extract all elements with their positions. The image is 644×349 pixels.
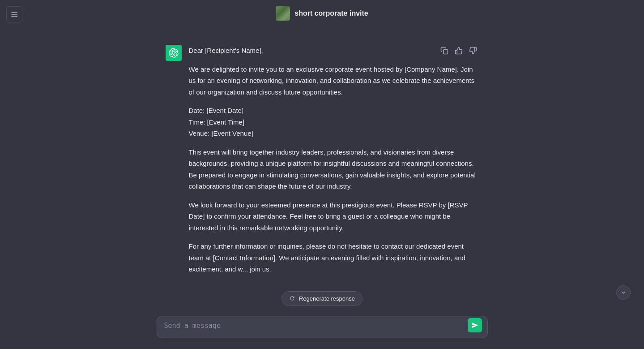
regenerate-container: Regenerate response bbox=[0, 284, 644, 309]
regenerate-label: Regenerate response bbox=[299, 295, 355, 302]
chat-header: short corporate invite bbox=[0, 0, 644, 27]
assistant-message: Dear [Recipient's Name], We are delighte… bbox=[157, 36, 488, 284]
message-input[interactable] bbox=[164, 322, 465, 332]
regenerate-button[interactable]: Regenerate response bbox=[281, 291, 363, 306]
sidebar-toggle-button[interactable] bbox=[6, 6, 22, 22]
svg-rect-1 bbox=[11, 14, 17, 15]
input-wrapper bbox=[157, 316, 488, 338]
avatar bbox=[276, 6, 290, 21]
message-text: Dear [Recipient's Name], We are delighte… bbox=[189, 45, 479, 275]
event-date: Date: [Event Date] bbox=[189, 107, 244, 114]
event-venue: Venue: [Event Venue] bbox=[189, 129, 253, 137]
thumbs-up-button[interactable] bbox=[453, 45, 465, 56]
svg-rect-3 bbox=[443, 50, 448, 54]
scroll-bottom-button[interactable] bbox=[616, 285, 631, 300]
thumbs-down-button[interactable] bbox=[467, 45, 479, 56]
svg-rect-0 bbox=[11, 12, 17, 13]
chevron-down-icon bbox=[620, 289, 627, 296]
chat-area: Dear [Recipient's Name], We are delighte… bbox=[0, 27, 644, 309]
copy-button[interactable] bbox=[439, 45, 450, 56]
assistant-avatar bbox=[166, 45, 182, 61]
paragraph2: This event will bring together industry … bbox=[189, 146, 479, 192]
paragraph3: We look forward to your esteemed presenc… bbox=[189, 199, 479, 234]
paragraph1: We are delighted to invite you to an exc… bbox=[189, 64, 479, 98]
message-actions bbox=[439, 45, 479, 56]
svg-rect-2 bbox=[11, 16, 17, 17]
event-time: Time: [Event Time] bbox=[189, 118, 244, 126]
page-title: short corporate invite bbox=[294, 9, 368, 17]
greeting: Dear [Recipient's Name], bbox=[189, 45, 479, 56]
main-content: short corporate invite Dear [Recipient's… bbox=[0, 0, 644, 349]
event-details: Date: [Event Date] Time: [Event Time] Ve… bbox=[189, 105, 479, 139]
regenerate-icon bbox=[289, 295, 295, 302]
input-area bbox=[0, 309, 644, 349]
paragraph4: For any further information or inquiries… bbox=[189, 241, 479, 275]
send-icon bbox=[471, 322, 478, 329]
send-button[interactable] bbox=[468, 318, 482, 332]
